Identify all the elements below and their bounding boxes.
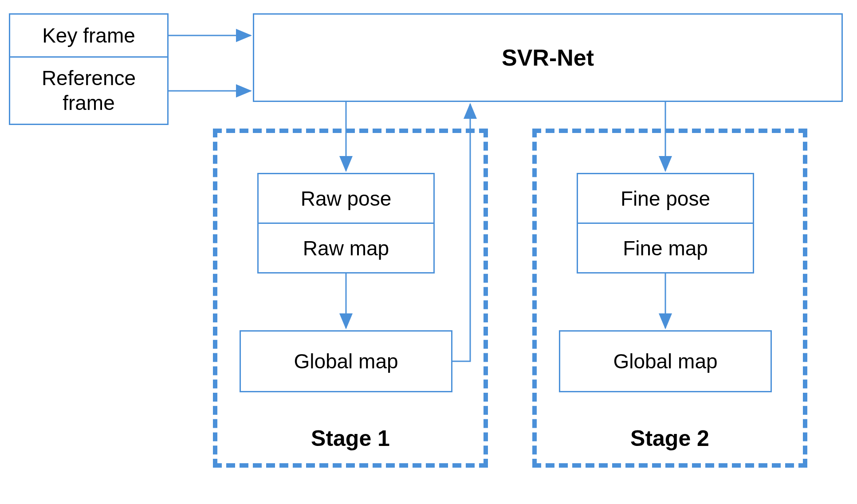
stage2-global-map-label: Global map: [613, 349, 717, 373]
reference-frame-box: Reference frame: [9, 56, 169, 125]
fine-map-label: Fine map: [623, 236, 708, 260]
stage1-label: Stage 1: [213, 426, 488, 451]
stage2-global-map-box: Global map: [559, 330, 772, 392]
raw-pose-label: Raw pose: [301, 187, 392, 211]
reference-frame-label: Reference frame: [42, 66, 136, 115]
diagram-canvas: Key frame Reference frame SVR-Net Raw po…: [0, 0, 857, 504]
key-frame-label: Key frame: [42, 23, 135, 47]
raw-pose-box: Raw pose: [257, 173, 435, 224]
stage1-label-text: Stage 1: [311, 426, 390, 451]
fine-pose-box: Fine pose: [577, 173, 754, 224]
stage1-global-map-label: Global map: [294, 349, 398, 373]
stage1-global-map-box: Global map: [240, 330, 452, 392]
stage2-label-text: Stage 2: [630, 426, 709, 451]
fine-map-box: Fine map: [577, 223, 754, 273]
key-frame-box: Key frame: [9, 13, 169, 58]
raw-map-label: Raw map: [303, 236, 389, 260]
stage2-label: Stage 2: [532, 426, 807, 451]
raw-map-box: Raw map: [257, 223, 435, 273]
svr-net-box: SVR-Net: [253, 13, 843, 102]
svr-net-label: SVR-Net: [502, 44, 594, 71]
fine-pose-label: Fine pose: [621, 187, 710, 211]
